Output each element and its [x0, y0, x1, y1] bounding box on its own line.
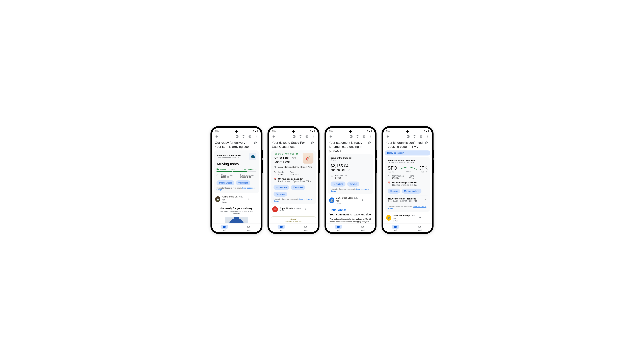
star-icon[interactable]	[254, 141, 258, 145]
sender-name: Sunshine Airways	[393, 214, 410, 217]
minimum-icon	[330, 174, 334, 178]
delete-icon[interactable]	[298, 134, 304, 139]
sender-row[interactable]: 🏔️ Alpine Trails Co. 9:15 AM to me	[214, 193, 259, 205]
svg-point-16	[313, 136, 314, 137]
meet-nav-icon	[245, 225, 252, 229]
star-icon[interactable]	[310, 141, 315, 145]
svg-point-31	[369, 201, 369, 201]
event-thumbnail: 🎸	[303, 153, 314, 163]
sender-name: Bank of the State	[336, 197, 353, 199]
reply-icon[interactable]	[246, 196, 252, 202]
more-icon[interactable]	[424, 134, 430, 139]
track-package-button[interactable]: Track package	[216, 180, 234, 185]
more-icon[interactable]	[310, 134, 316, 139]
wifi-icon: ▾	[253, 130, 254, 132]
view-bill-button[interactable]: View bill	[347, 182, 359, 187]
sender-more-icon[interactable]	[309, 206, 315, 212]
view-order-button[interactable]: View order	[236, 180, 250, 185]
sender-more-icon[interactable]	[423, 215, 429, 221]
star-icon[interactable]	[424, 141, 429, 145]
return-leg-row[interactable]: New York to San Francisco Sun, Sep 29 • …	[388, 195, 428, 204]
ship-status: Shipped • In transit	[220, 168, 235, 170]
mail-nav-icon	[220, 225, 228, 229]
manage-booking-button[interactable]: Manage booking	[402, 189, 422, 194]
archive-icon[interactable]	[405, 134, 411, 139]
order-number-label: Order number	[221, 174, 238, 176]
delete-icon[interactable]	[241, 134, 246, 139]
delete-icon[interactable]	[412, 134, 418, 139]
checkin-banner: Ready for check-in	[385, 150, 430, 155]
svg-point-30	[369, 200, 369, 201]
archive-icon[interactable]	[348, 134, 354, 139]
view-ticket-button[interactable]: View ticket	[291, 185, 305, 190]
mail-icon[interactable]	[304, 134, 310, 139]
calendar-value: No other events on this date	[392, 184, 418, 186]
remind-me-button[interactable]: Remind me	[330, 182, 346, 187]
sender-avatar: 🎟️	[272, 206, 278, 212]
battery-icon: ▮	[256, 130, 258, 132]
minimum-value: $40.00	[335, 177, 347, 179]
star-icon[interactable]	[368, 141, 372, 145]
email-subject: Get ready for delivery - Your item is ar…	[215, 141, 252, 149]
reply-icon[interactable]	[303, 206, 309, 212]
invite-others-button[interactable]: Invite others	[274, 185, 289, 190]
sender-time: 9:15 AM	[294, 207, 301, 209]
sender-row[interactable]: 🎟️ Super Tickets 9:15 AM to me	[271, 204, 316, 214]
flight-summary-card: San Francisco to New York Fri, Sep 27 • …	[385, 157, 430, 212]
svg-rect-22	[280, 226, 282, 228]
svg-point-17	[313, 137, 314, 137]
seat-label: Seat	[290, 171, 299, 173]
mail-icon[interactable]	[418, 134, 424, 139]
route-heading: San Francisco to New York	[388, 159, 428, 162]
delete-icon[interactable]	[355, 134, 360, 139]
bill-title: Bank of the State bill	[330, 157, 370, 159]
checkin-button[interactable]: Check-in	[388, 189, 400, 194]
sender-row[interactable]: ✈ Sunshine Airways 9:15 AM to me	[385, 212, 430, 224]
statement-text: Your statement is ready to view and due …	[330, 218, 372, 223]
svg-point-18	[274, 167, 275, 167]
sender-to: to me	[393, 220, 416, 222]
nav-meet[interactable]: Meet	[350, 224, 375, 232]
svg-rect-33	[362, 226, 363, 228]
nav-mail[interactable]: Mail	[269, 224, 294, 232]
directions-button[interactable]: Directions	[274, 192, 287, 197]
svg-point-40	[426, 217, 426, 217]
sender-row[interactable]: 🏛️ Bank of the State 9:01 AM to me	[328, 194, 373, 206]
archive-icon[interactable]	[234, 134, 240, 139]
confirmation-label: Confirmation	[392, 175, 404, 177]
svg-rect-23	[304, 226, 306, 228]
more-icon[interactable]	[254, 134, 259, 139]
svg-point-38	[427, 137, 428, 137]
nav-meet[interactable]: Meet	[294, 224, 318, 232]
back-icon[interactable]	[271, 134, 276, 139]
back-icon[interactable]	[214, 134, 220, 139]
route-sub: Fri, Sep 27 • 7:02 AM – 4:15 PM	[388, 162, 428, 164]
calendar-value: Previous event: Gym at 5:30-6:30PM	[278, 180, 311, 183]
event-title: Static-Fox East Coast Fest	[274, 156, 302, 164]
nav-mail[interactable]: Mail	[326, 224, 350, 232]
sender-more-icon[interactable]	[366, 198, 372, 203]
svg-point-6	[217, 169, 217, 170]
sender-name: Alpine Trails Co.	[222, 196, 238, 198]
svg-point-10	[255, 200, 255, 200]
mail-icon[interactable]	[361, 134, 367, 139]
arriving-text: Arriving today	[216, 162, 256, 166]
arrival-code: JFK	[419, 165, 428, 171]
more-icon[interactable]	[368, 134, 373, 139]
back-icon[interactable]	[328, 134, 334, 139]
return-sub: Sun, Sep 29 • 9:30 AM – 12:34 PM	[388, 200, 417, 202]
nav-mail[interactable]: Mail	[383, 224, 408, 232]
mail-icon[interactable]	[247, 134, 253, 139]
email-body-heading: Get ready for your delivery	[216, 207, 258, 210]
sender-more-icon[interactable]	[252, 196, 258, 202]
nav-meet[interactable]: Meet	[408, 224, 432, 232]
nav-mail[interactable]: Mail	[212, 224, 236, 232]
departure-time: 7:02 AM	[388, 171, 397, 173]
archive-icon[interactable]	[291, 134, 297, 139]
svg-rect-44	[418, 226, 420, 228]
nav-meet[interactable]: Meet	[236, 224, 261, 232]
reply-icon[interactable]	[360, 198, 366, 203]
back-icon[interactable]	[385, 134, 390, 139]
svg-point-26	[370, 135, 370, 136]
reply-icon[interactable]	[417, 215, 423, 221]
